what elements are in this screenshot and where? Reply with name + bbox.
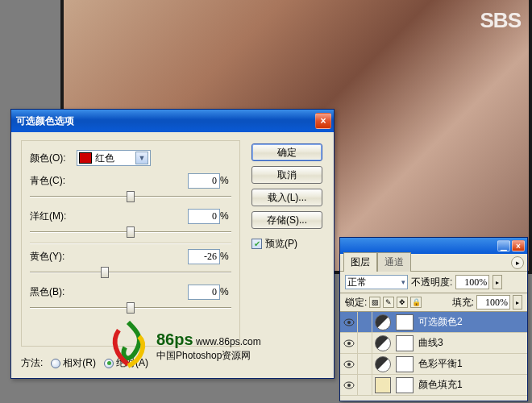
slider-label: 青色(C): [30, 174, 77, 188]
load-button[interactable]: 载入(L)... [251, 189, 322, 206]
color-label: 颜色(O): [30, 152, 77, 165]
link-column[interactable] [358, 354, 372, 375]
layer-row[interactable]: 颜色填充1 [340, 375, 527, 396]
slider-track[interactable] [30, 265, 231, 280]
slider-track[interactable] [30, 189, 231, 204]
adjustment-thumb-icon [375, 314, 391, 330]
blend-opacity-row: 正常 ▾ 不透明度: 100% ▸ [340, 272, 527, 293]
visibility-toggle[interactable] [340, 312, 358, 333]
dialog-title: 可选颜色选项 [16, 114, 74, 128]
fill-field[interactable]: 100% [476, 295, 510, 310]
visibility-toggle[interactable] [340, 333, 358, 354]
cancel-button[interactable]: 取消 [251, 166, 322, 184]
dialog-titlebar[interactable]: 可选颜色选项 × [11, 110, 334, 132]
percent-label: % [220, 175, 231, 186]
palette-tabs: 图层 通道 ▸ [340, 254, 527, 272]
percent-label: % [220, 286, 231, 297]
layer-row[interactable]: 可选颜色2 [340, 312, 527, 333]
lock-label: 锁定: [345, 296, 367, 310]
layer-name: 颜色填充1 [418, 378, 463, 392]
opacity-field[interactable]: 100% [455, 275, 489, 289]
adjustment-thumb-icon [375, 356, 391, 372]
blend-mode-select[interactable]: 正常 ▾ [345, 275, 408, 289]
slider-thumb[interactable] [127, 226, 135, 238]
checkbox-icon: ✔ [251, 239, 262, 249]
percent-label: % [220, 210, 231, 222]
radio-icon [51, 359, 60, 368]
close-button[interactable]: × [315, 113, 331, 129]
palette-titlebar[interactable]: ▁ × [340, 238, 527, 254]
layers-palette: ▁ × 图层 通道 ▸ 正常 ▾ 不透明度: 100% ▸ 锁定: ▧ ✎ ✥ … [339, 237, 528, 401]
lock-pixels-icon[interactable]: ✎ [383, 297, 394, 308]
adjustment-thumb-icon [375, 335, 391, 351]
slider-value-field[interactable] [188, 285, 220, 300]
selective-color-dialog: 可选颜色选项 × 颜色(O): 红色 ▼ 青色(C):%洋红(M):%黄色(Y)… [10, 109, 335, 379]
mask-thumb-icon [396, 335, 414, 351]
method-row: 方法: 相对(R) 绝对(A) [21, 356, 148, 370]
svg-point-1 [347, 321, 351, 324]
visibility-toggle[interactable] [340, 354, 358, 375]
svg-point-3 [347, 342, 351, 345]
layer-row[interactable]: 曲线3 [340, 333, 527, 354]
radio-relative[interactable]: 相对(R) [51, 356, 96, 370]
minimize-button[interactable]: ▁ [497, 240, 510, 251]
radio-icon [104, 359, 114, 368]
percent-label: % [220, 251, 231, 262]
fill-label: 填充: [452, 296, 474, 310]
slider-label: 洋红(M): [30, 210, 77, 223]
preview-checkbox[interactable]: ✔ 预览(P) [251, 237, 322, 251]
adjustment-thumb-icon [375, 377, 391, 393]
link-column[interactable] [358, 375, 372, 396]
slider-value-field[interactable] [188, 173, 220, 189]
color-select-value: 红色 [95, 152, 132, 165]
layer-row[interactable]: 色彩平衡1 [340, 354, 527, 375]
slider-thumb[interactable] [101, 267, 109, 278]
slider-value-field[interactable] [188, 209, 220, 224]
slider-track[interactable] [30, 225, 231, 239]
slider-value-field[interactable] [188, 249, 220, 264]
controls-fieldset: 颜色(O): 红色 ▼ 青色(C):%洋红(M):%黄色(Y):%黑色(B):% [21, 140, 240, 347]
visibility-toggle[interactable] [340, 375, 358, 396]
method-label: 方法: [21, 356, 43, 370]
divider [30, 243, 231, 244]
layer-list: 可选颜色2曲线3色彩平衡1颜色填充1 [340, 312, 527, 396]
slider-thumb[interactable] [127, 191, 135, 202]
close-button[interactable]: × [512, 240, 525, 251]
tab-channels[interactable]: 通道 [377, 252, 411, 272]
layer-name: 可选颜色2 [418, 315, 463, 329]
link-column[interactable] [358, 333, 372, 354]
lock-transparency-icon[interactable]: ▧ [369, 297, 380, 308]
svg-point-5 [347, 363, 351, 366]
chevron-down-icon: ▼ [135, 152, 148, 164]
layer-name: 曲线3 [418, 336, 443, 350]
chevron-down-icon: ▾ [401, 278, 405, 286]
save-button[interactable]: 存储(S)... [251, 211, 322, 229]
radio-absolute[interactable]: 绝对(A) [104, 356, 148, 370]
action-buttons: 确定 取消 载入(L)... 存储(S)... ✔ 预览(P) [251, 143, 322, 251]
link-column[interactable] [358, 312, 372, 333]
color-swatch-icon [79, 152, 92, 164]
slider-thumb[interactable] [127, 302, 135, 314]
layer-name: 色彩平衡1 [418, 357, 463, 371]
slider-track[interactable] [30, 301, 231, 315]
mask-thumb-icon [396, 356, 414, 372]
lock-position-icon[interactable]: ✥ [397, 297, 408, 308]
svg-point-7 [347, 384, 351, 387]
opacity-label: 不透明度: [411, 276, 452, 289]
ok-button[interactable]: 确定 [251, 143, 322, 161]
opacity-flyout-icon[interactable]: ▸ [493, 275, 502, 289]
broadcast-logo: SBS [480, 8, 521, 33]
slider-label: 黄色(Y): [30, 250, 77, 264]
tab-layers[interactable]: 图层 [343, 252, 377, 272]
mask-thumb-icon [396, 314, 414, 330]
palette-menu-icon[interactable]: ▸ [511, 256, 524, 269]
lock-row: 锁定: ▧ ✎ ✥ 🔒 填充: 100% ▸ [340, 293, 527, 312]
mask-thumb-icon [396, 377, 414, 393]
slider-label: 黑色(B): [30, 285, 77, 299]
fill-flyout-icon[interactable]: ▸ [513, 295, 522, 310]
lock-all-icon[interactable]: 🔒 [410, 297, 422, 308]
color-select[interactable]: 红色 ▼ [77, 150, 151, 166]
